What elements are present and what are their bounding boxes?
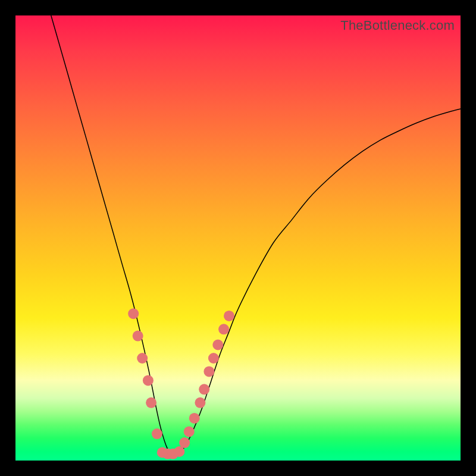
data-marker <box>143 375 154 386</box>
data-marker <box>146 397 156 408</box>
data-marker <box>218 324 229 334</box>
data-marker <box>152 428 162 439</box>
chart-frame: TheBottleneck.com <box>0 0 476 476</box>
chart-svg <box>15 15 461 461</box>
data-marker <box>128 308 139 319</box>
chart-plot-area: TheBottleneck.com <box>15 15 461 461</box>
data-marker <box>203 366 214 377</box>
data-marker <box>184 426 195 437</box>
data-marker <box>179 437 190 448</box>
data-marker <box>199 384 209 394</box>
data-marker <box>137 353 148 364</box>
data-marker <box>189 413 200 424</box>
marker-group <box>128 308 234 459</box>
data-marker <box>195 397 205 408</box>
data-marker <box>133 331 143 342</box>
bottleneck-curve <box>51 15 461 455</box>
data-marker <box>208 353 219 364</box>
data-marker <box>224 311 234 321</box>
data-marker <box>212 340 223 350</box>
